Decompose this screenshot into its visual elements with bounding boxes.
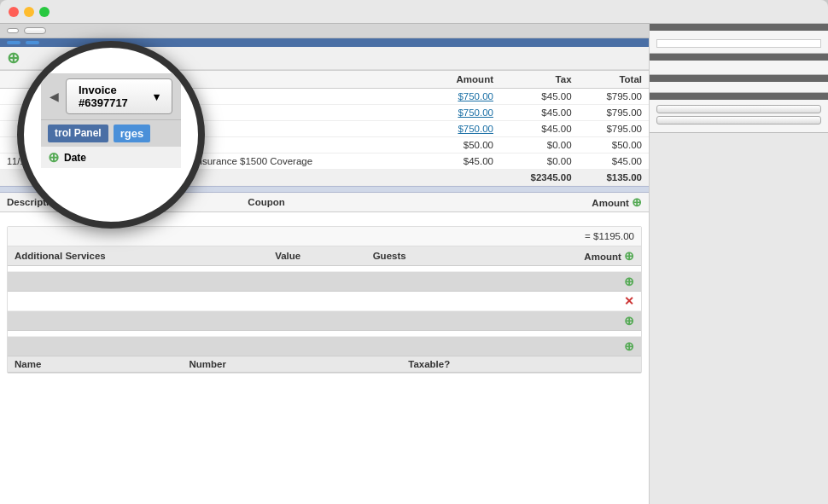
svc-col-name: Additional Services xyxy=(8,246,268,266)
row-amount: $45.00 xyxy=(428,154,500,170)
add-discount-button[interactable]: ⊕ xyxy=(632,195,642,209)
breadcrumb-control-panel[interactable] xyxy=(7,41,20,44)
circle-invoice-label: Invoice #6397717 xyxy=(79,84,149,109)
michigan-tax-pct xyxy=(141,292,274,311)
row-total: $45.00 xyxy=(579,154,649,170)
reservation-status-section xyxy=(650,24,828,54)
reservation-status-body xyxy=(650,31,828,53)
record-payment-button[interactable] xyxy=(656,105,821,113)
row-total: $795.00 xyxy=(579,89,649,105)
property-header: = $1195.00 xyxy=(8,227,641,246)
taxes-table: ✕ xyxy=(8,292,641,311)
deposits-subsection-header: ⊕ xyxy=(8,311,641,331)
add-date-button[interactable]: ⊕ xyxy=(7,49,20,67)
row-total: $50.00 xyxy=(579,137,649,154)
deposit-equals: = $1195.00 xyxy=(585,231,634,241)
row-tax: $45.00 xyxy=(500,121,579,137)
reservation-status-section-title xyxy=(650,24,828,31)
confirmation-breakdown-title xyxy=(650,54,828,61)
add-service-button[interactable]: ⊕ xyxy=(624,249,634,263)
circle-add-icon: ⊕ xyxy=(48,149,59,165)
zoom-circle-overlay: ◀ Invoice #6397717 ▾ trol Panel rges ⊕ D… xyxy=(17,41,205,229)
additional-fees-table: Name Number Taxable? xyxy=(8,356,641,373)
right-sidebar xyxy=(649,24,828,504)
confirmation-breakdown-section xyxy=(650,54,828,75)
click-add-deposit[interactable] xyxy=(8,331,641,337)
circle-content: ◀ Invoice #6397717 ▾ trol Panel rges ⊕ D… xyxy=(24,48,198,168)
subtotal-amount xyxy=(428,170,500,186)
row-tax: $0.00 xyxy=(500,154,579,170)
traffic-lights xyxy=(9,7,50,17)
additional-fees-subsection-header: ⊕ xyxy=(8,337,641,356)
add-fee-button[interactable]: ⊕ xyxy=(624,339,634,353)
guest-details-title xyxy=(650,75,828,82)
transaction-window-body xyxy=(650,100,828,132)
fee-col-taxable: Taxable? xyxy=(401,356,641,373)
michigan-tax-amount xyxy=(274,292,407,311)
amount-link[interactable]: $750.00 xyxy=(458,107,493,118)
breadcrumb-charges[interactable] xyxy=(26,41,39,44)
click-add-service[interactable] xyxy=(8,266,641,272)
row-amount[interactable]: $750.00 xyxy=(428,89,500,105)
app-body: ⊕ Description Amount Tax Total Peace Cot… xyxy=(0,24,828,504)
property-section: = $1195.00 Additional Services Value Gue… xyxy=(7,226,642,374)
guest-details-section xyxy=(650,75,828,93)
subtotal-total: $135.00 xyxy=(579,170,649,186)
circle-toolbar: ◀ Invoice #6397717 ▾ xyxy=(41,73,181,120)
invoice-dropdown[interactable] xyxy=(24,27,46,34)
remove-tax-button[interactable]: ✕ xyxy=(624,294,634,308)
property-services-table: Additional Services Value Guests Amount … xyxy=(8,246,641,272)
row-amount[interactable]: $750.00 xyxy=(428,105,500,121)
transaction-window-title xyxy=(650,93,828,100)
taxes-subsection-header: ⊕ xyxy=(8,272,641,292)
process-payment-button[interactable] xyxy=(656,116,821,125)
col-header-tax: Tax xyxy=(500,71,579,89)
amount-link[interactable]: $750.00 xyxy=(458,91,493,101)
svc-col-amount: Amount ⊕ xyxy=(482,246,641,266)
maximize-button[interactable] xyxy=(39,7,50,17)
circle-date-label: Date xyxy=(64,152,86,164)
add-deposit-button[interactable]: ⊕ xyxy=(624,314,634,327)
svc-col-guests: Guests xyxy=(366,246,483,266)
circle-left-arrow-icon: ◀ xyxy=(50,90,59,103)
transaction-window-section xyxy=(650,93,828,133)
close-button[interactable] xyxy=(9,7,19,17)
fee-col-number: Number xyxy=(182,356,401,373)
amount-link[interactable]: $750.00 xyxy=(458,124,493,134)
col-header-amount: Amount xyxy=(428,71,500,89)
guest-details-body xyxy=(650,82,828,92)
svc-col-value: Value xyxy=(268,246,366,266)
circle-dropdown-arrow-icon: ▾ xyxy=(154,90,160,103)
row-tax: $45.00 xyxy=(500,105,579,121)
row-amount[interactable]: $750.00 xyxy=(428,121,500,137)
discount-col-coupon: Coupon xyxy=(241,193,422,212)
minimize-button[interactable] xyxy=(24,7,34,17)
subtotal-tax: $2345.00 xyxy=(500,170,579,186)
circle-invoice-dropdown[interactable]: Invoice #6397717 ▾ xyxy=(66,78,172,114)
window-chrome xyxy=(0,0,828,24)
circle-breadcrumb-bar: trol Panel rges xyxy=(41,120,181,147)
circle-date-row: ⊕ Date xyxy=(41,147,181,168)
row-tax: $0.00 xyxy=(500,137,579,154)
michigan-tax-label xyxy=(8,292,141,311)
fee-col-name: Name xyxy=(8,356,182,373)
toolbar xyxy=(0,24,649,38)
confirmation-breakdown-body xyxy=(650,61,828,74)
circle-control-panel: trol Panel xyxy=(48,125,108,142)
row-amount: $50.00 xyxy=(428,137,500,154)
add-tax-button[interactable]: ⊕ xyxy=(624,275,634,288)
deposit-info: = $1195.00 xyxy=(585,231,634,241)
row-tax: $45.00 xyxy=(500,89,579,105)
confirmation-box xyxy=(656,39,821,48)
row-total: $795.00 xyxy=(579,105,649,121)
discount-col-amount: Amount ⊕ xyxy=(422,193,649,212)
circle-charges: rges xyxy=(114,125,150,142)
row-total: $795.00 xyxy=(579,121,649,137)
deposits-table xyxy=(8,331,641,337)
left-arrow-button[interactable] xyxy=(7,28,19,33)
col-header-total: Total xyxy=(579,71,649,89)
